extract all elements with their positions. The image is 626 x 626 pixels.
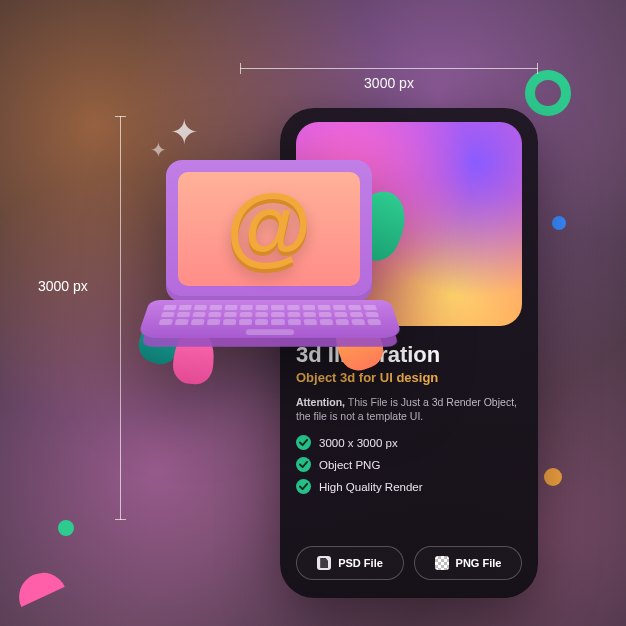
feature-label: Object PNG bbox=[319, 459, 380, 471]
feature-item: Object PNG bbox=[296, 457, 522, 472]
laptop-3d-object: @ bbox=[140, 150, 400, 380]
dimension-height: 3000 px bbox=[120, 116, 121, 520]
feature-label: High Quality Render bbox=[319, 481, 423, 493]
card-description-bold: Attention, bbox=[296, 396, 345, 408]
at-symbol-icon: @ bbox=[226, 174, 312, 276]
feature-item: High Quality Render bbox=[296, 479, 522, 494]
dimension-height-label: 3000 px bbox=[38, 278, 88, 294]
laptop-screen-inner: @ bbox=[178, 172, 360, 286]
dot-decoration-orange bbox=[544, 468, 562, 486]
laptop-keyboard bbox=[137, 300, 403, 338]
png-button-label: PNG File bbox=[456, 557, 502, 569]
laptop-trackpad bbox=[246, 329, 294, 335]
sparkle-icon: ✦ bbox=[170, 112, 198, 152]
psd-button-label: PSD File bbox=[338, 557, 383, 569]
png-file-button[interactable]: PNG File bbox=[414, 546, 522, 580]
dimension-width: 3000 px bbox=[240, 68, 538, 91]
feature-item: 3000 x 3000 px bbox=[296, 435, 522, 450]
document-icon bbox=[317, 556, 331, 570]
dot-decoration-blue bbox=[552, 216, 566, 230]
psd-file-button[interactable]: PSD File bbox=[296, 546, 404, 580]
dimension-width-label: 3000 px bbox=[240, 75, 538, 91]
half-circle-decoration bbox=[11, 565, 65, 607]
feature-label: 3000 x 3000 px bbox=[319, 437, 398, 449]
keyboard-keys bbox=[158, 305, 381, 325]
check-icon bbox=[296, 479, 311, 494]
transparency-icon bbox=[435, 556, 449, 570]
check-icon bbox=[296, 435, 311, 450]
feature-list: 3000 x 3000 px Object PNG High Quality R… bbox=[296, 435, 522, 494]
button-row: PSD File PNG File bbox=[296, 546, 522, 580]
dot-decoration-green bbox=[58, 520, 74, 536]
check-icon bbox=[296, 457, 311, 472]
laptop-screen: @ bbox=[166, 160, 372, 302]
card-description: Attention, This File is Just a 3d Render… bbox=[296, 395, 522, 423]
